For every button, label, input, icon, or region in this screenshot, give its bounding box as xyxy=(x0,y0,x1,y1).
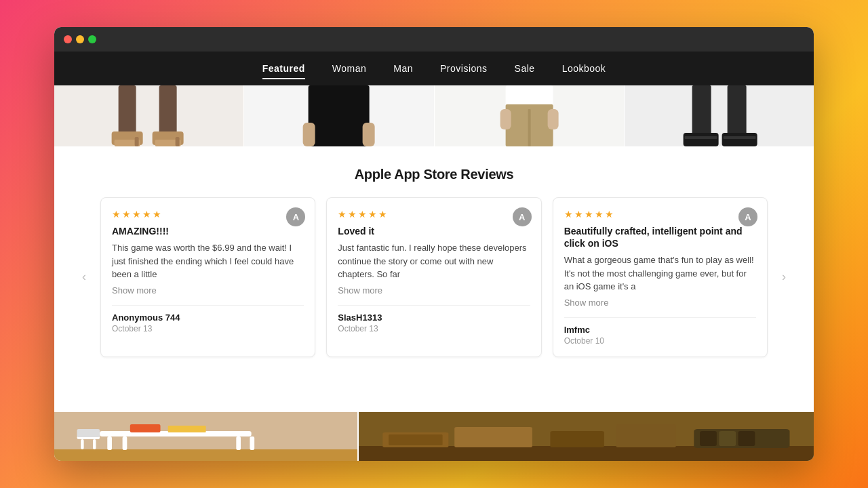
carousel-prev-button[interactable]: ‹ xyxy=(75,268,94,287)
svg-rect-19 xyxy=(722,133,757,146)
nav-provisions[interactable]: Provisions xyxy=(440,60,488,77)
svg-rect-9 xyxy=(303,123,315,146)
photo-seg-1 xyxy=(54,412,359,461)
review-divider-1 xyxy=(112,305,304,306)
appstore-icon-1: A xyxy=(286,207,305,226)
svg-rect-43 xyxy=(738,431,755,446)
svg-rect-32 xyxy=(130,424,161,432)
svg-rect-14 xyxy=(500,109,511,129)
nav: Featured Woman Man Provisions Sale Lookb… xyxy=(54,52,814,85)
svg-rect-21 xyxy=(723,136,755,139)
svg-rect-15 xyxy=(547,109,558,129)
svg-rect-24 xyxy=(107,436,112,450)
stars-2: ★ ★ ★ ★ ★ xyxy=(338,209,530,220)
nav-lookbook[interactable]: Lookbook xyxy=(562,60,606,77)
svg-rect-6 xyxy=(135,137,139,146)
svg-rect-37 xyxy=(454,427,532,447)
svg-rect-31 xyxy=(77,429,100,437)
reviewer-name-1: Anonymous 744 xyxy=(112,312,304,323)
dot-yellow[interactable] xyxy=(76,35,84,43)
appstore-icon-2: A xyxy=(513,207,532,226)
review-title-2: Loved it xyxy=(338,225,530,237)
review-card-1: A ★ ★ ★ ★ ★ AMAZING!!!! This game was wo… xyxy=(100,197,315,357)
svg-rect-7 xyxy=(176,137,180,146)
svg-rect-42 xyxy=(719,431,736,446)
svg-rect-25 xyxy=(123,436,127,450)
hero-strip xyxy=(54,85,814,146)
svg-rect-0 xyxy=(119,85,136,136)
svg-rect-17 xyxy=(727,85,746,136)
review-card-3: A ★ ★ ★ ★ ★ Beautifully crafted, intelli… xyxy=(553,197,768,357)
svg-rect-11 xyxy=(505,85,553,106)
svg-rect-36 xyxy=(389,434,442,445)
review-body-3: What a gorgeous game that's fun to play … xyxy=(564,253,756,293)
hero-panel-4 xyxy=(625,85,814,146)
review-body-1: This game was worth the $6.99 and the wa… xyxy=(112,241,304,281)
nav-featured[interactable]: Featured xyxy=(262,60,305,77)
review-date-2: October 13 xyxy=(338,324,530,333)
svg-rect-27 xyxy=(250,436,254,450)
reviews-grid: A ★ ★ ★ ★ ★ AMAZING!!!! This game was wo… xyxy=(100,197,768,357)
bottom-photo-strip xyxy=(54,412,814,461)
review-divider-2 xyxy=(338,305,530,306)
carousel-next-button[interactable]: › xyxy=(774,268,793,287)
svg-rect-30 xyxy=(93,439,96,449)
review-body-2: Just fantastic fun. I really hope these … xyxy=(338,241,530,281)
show-more-3[interactable]: Show more xyxy=(564,298,756,308)
reviewer-name-2: SlasH1313 xyxy=(338,312,530,323)
stars-1: ★ ★ ★ ★ ★ xyxy=(112,209,304,220)
nav-woman[interactable]: Woman xyxy=(332,60,366,77)
svg-rect-38 xyxy=(551,431,604,447)
svg-rect-1 xyxy=(159,85,177,136)
review-date-1: October 13 xyxy=(112,324,304,333)
show-more-1[interactable]: Show more xyxy=(112,285,304,296)
svg-rect-39 xyxy=(616,424,676,447)
svg-rect-16 xyxy=(692,85,711,136)
svg-rect-8 xyxy=(309,85,370,146)
browser-chrome xyxy=(54,27,814,52)
review-date-3: October 10 xyxy=(564,336,756,346)
stars-3: ★ ★ ★ ★ ★ xyxy=(564,209,756,220)
dot-red[interactable] xyxy=(64,35,72,43)
show-more-2[interactable]: Show more xyxy=(338,285,530,296)
svg-rect-26 xyxy=(236,436,241,450)
reviewer-name-3: lmfmc xyxy=(564,325,756,335)
hero-panel-1 xyxy=(54,85,244,146)
appstore-icon-3: A xyxy=(738,207,757,226)
svg-rect-29 xyxy=(81,439,83,449)
dot-green[interactable] xyxy=(88,35,96,43)
review-title-1: AMAZING!!!! xyxy=(112,225,304,237)
nav-sale[interactable]: Sale xyxy=(515,60,535,77)
browser-dots xyxy=(64,35,96,43)
svg-rect-22 xyxy=(54,449,357,461)
browser-content: Featured Woman Man Provisions Sale Lookb… xyxy=(54,52,814,461)
photo-overlay xyxy=(54,412,814,461)
review-title-3: Beautifully crafted, intelligent point a… xyxy=(564,225,756,249)
photo-seg-2 xyxy=(359,412,814,461)
svg-rect-33 xyxy=(168,426,206,432)
svg-rect-20 xyxy=(684,136,717,139)
hero-panel-2 xyxy=(244,85,434,146)
svg-rect-13 xyxy=(528,109,530,146)
browser-window: Featured Woman Man Provisions Sale Lookb… xyxy=(54,27,814,461)
hero-panel-3 xyxy=(435,85,625,146)
svg-rect-34 xyxy=(359,446,814,461)
svg-rect-10 xyxy=(363,123,375,146)
review-divider-3 xyxy=(564,317,756,318)
reviews-title: Apple App Store Reviews xyxy=(75,167,793,182)
review-card-2: A ★ ★ ★ ★ ★ Loved it Just fantastic fun.… xyxy=(326,197,541,357)
nav-man[interactable]: Man xyxy=(393,60,413,77)
reviews-section: Apple App Store Reviews ‹ A ★ ★ ★ ★ ★ xyxy=(54,146,814,412)
svg-rect-41 xyxy=(700,431,717,446)
svg-rect-18 xyxy=(683,133,718,146)
reviews-container: ‹ A ★ ★ ★ ★ ★ AMAZING!!!! xyxy=(75,197,793,357)
